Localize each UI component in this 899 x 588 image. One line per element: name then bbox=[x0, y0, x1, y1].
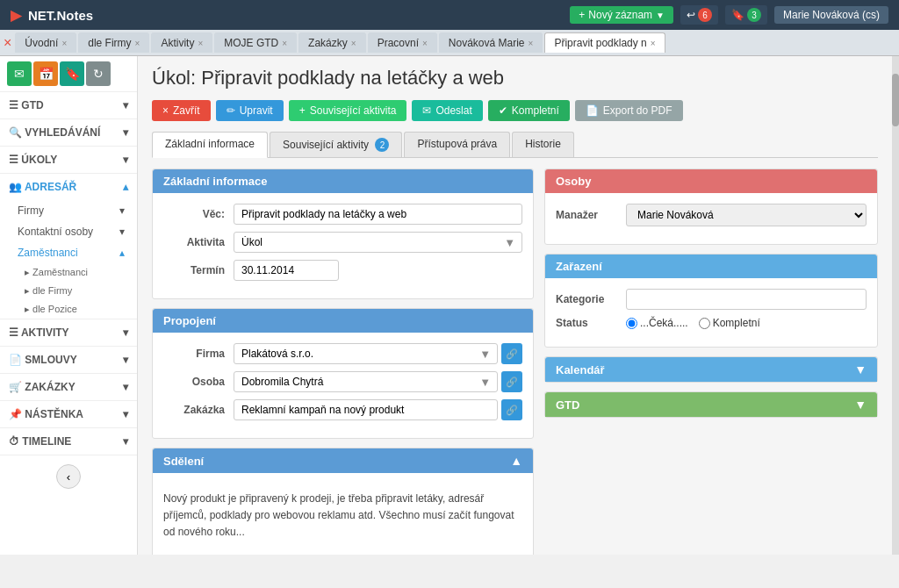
chevron-down-icon: ▾ bbox=[123, 154, 128, 166]
status-ceka-input[interactable] bbox=[626, 318, 637, 329]
vec-input[interactable] bbox=[234, 204, 522, 225]
undo-button[interactable]: ↩ 6 bbox=[680, 5, 718, 25]
tab-uvodní[interactable]: Úvodní × bbox=[15, 32, 76, 53]
left-column: Základní informace Věc: Aktivita Úkol bbox=[152, 169, 534, 555]
export-pdf-button[interactable]: 📄 Export do PDF bbox=[575, 100, 683, 121]
chevron-up-icon[interactable]: ▲ bbox=[510, 454, 522, 468]
tab-zakazky[interactable]: Zakázky × bbox=[298, 32, 366, 53]
sdileni-body: Nový produkt je připravený k prodeji, je… bbox=[153, 473, 533, 555]
chevron-up-icon: ▴ bbox=[123, 181, 128, 193]
gtd-header[interactable]: GTD ▼ bbox=[545, 392, 877, 417]
aktivita-select[interactable]: Úkol bbox=[234, 232, 522, 253]
calendar-button[interactable]: 📅 bbox=[33, 61, 58, 86]
zakladni-informace-header: Základní informace bbox=[153, 169, 533, 193]
tab-pracovni[interactable]: Pracovní × bbox=[368, 32, 437, 53]
doc-icon: 📄 bbox=[9, 354, 22, 366]
close-icon[interactable]: × bbox=[351, 39, 356, 48]
firma-select[interactable]: Plakátová s.r.o. bbox=[234, 343, 498, 364]
termin-label: Termín bbox=[163, 264, 234, 276]
sidebar-item-kontaktni-osoby[interactable]: Kontaktní osoby ▾ bbox=[0, 221, 137, 242]
email-button[interactable]: ✉ bbox=[7, 61, 32, 86]
close-button[interactable]: × Zavřít bbox=[152, 100, 211, 121]
tab-moje-gtd[interactable]: MOJE GTD × bbox=[214, 32, 297, 53]
close-all-tabs-button[interactable]: × bbox=[4, 35, 11, 51]
edit-button[interactable]: ✏ Upravit bbox=[216, 100, 284, 121]
sidebar-item-gtd[interactable]: ☰ GTD ▾ bbox=[0, 92, 137, 118]
right-scrollbar[interactable] bbox=[892, 56, 899, 555]
tab-aktivity[interactable]: Aktivity × bbox=[151, 32, 212, 53]
osoba-select-wrapper: Dobromila Chytrá ▼ bbox=[234, 371, 498, 392]
osoba-select[interactable]: Dobromila Chytrá bbox=[234, 371, 498, 392]
user-menu-button[interactable]: Marie Nováková (cs) bbox=[774, 6, 888, 24]
kategorie-label: Kategorie bbox=[556, 293, 626, 305]
bookmark-button[interactable]: 🔖 3 bbox=[725, 5, 767, 25]
sidebar-item-timeline[interactable]: ⏱ TIMELINE ▾ bbox=[0, 428, 137, 455]
close-icon[interactable]: × bbox=[422, 39, 428, 48]
sidebar-item-dle-pozice[interactable]: ▸ dle Pozice bbox=[0, 300, 137, 319]
tab-novakova-marie[interactable]: Nováková Marie × bbox=[439, 32, 543, 53]
tab-dle-firmy[interactable]: dle Firmy × bbox=[78, 32, 149, 53]
manazer-select[interactable]: Marie Nováková bbox=[626, 204, 867, 226]
status-kompletni-radio[interactable]: Kompletní bbox=[699, 317, 760, 329]
sidebar-collapse-button[interactable]: ‹ bbox=[56, 464, 81, 489]
close-icon[interactable]: × bbox=[529, 39, 534, 48]
termin-input[interactable] bbox=[234, 260, 339, 281]
zakazka-input[interactable] bbox=[234, 399, 498, 420]
chevron-down-icon: ▼ bbox=[854, 398, 867, 412]
sidebar-item-zamestnanci[interactable]: Zaměstnanci ▴ bbox=[0, 242, 137, 263]
grid-icon: ☰ bbox=[9, 99, 18, 111]
sidebar-item-firmy[interactable]: Firmy ▾ bbox=[0, 200, 137, 221]
cart-icon: 🛒 bbox=[9, 381, 22, 393]
chevron-down-icon: ▾ bbox=[119, 204, 125, 217]
refresh-button[interactable]: ↻ bbox=[86, 61, 111, 86]
app-title: NET.Notes bbox=[28, 8, 93, 23]
chevron-down-icon: ▾ bbox=[123, 326, 128, 339]
sidebar-item-nastenka[interactable]: 📌 NÁSTĚNKA ▾ bbox=[0, 401, 137, 427]
osoby-header: Osoby bbox=[545, 169, 877, 193]
chevron-down-icon: ▾ bbox=[123, 126, 128, 139]
tab-souvisejici-aktivity[interactable]: Související aktivity 2 bbox=[270, 132, 402, 157]
top-nav-right: + Nový záznam ▼ ↩ 6 🔖 3 Marie Nováková (… bbox=[570, 5, 888, 25]
kategorie-row: Kategorie bbox=[556, 289, 867, 310]
sidebar-item-ukoly[interactable]: ☰ ÚKOLY ▾ bbox=[0, 147, 137, 173]
sidebar-item-dle-firmy[interactable]: ▸ dle Firmy bbox=[0, 282, 137, 300]
zakazka-link-button[interactable]: 🔗 bbox=[501, 399, 522, 420]
status-kompletni-input[interactable] bbox=[699, 318, 710, 329]
right-column: Osoby Manažer Marie Nováková bbox=[544, 169, 878, 555]
complete-button[interactable]: ✔ Kompletní bbox=[488, 100, 570, 121]
scrollbar-thumb[interactable] bbox=[892, 74, 899, 126]
sidebar-item-zamestnanci-all[interactable]: ▸ Zaměstnanci bbox=[0, 263, 137, 282]
close-icon[interactable]: × bbox=[61, 39, 67, 48]
two-col-layout: Základní informace Věc: Aktivita Úkol bbox=[152, 169, 878, 555]
bookmark-sidebar-button[interactable]: 🔖 bbox=[60, 61, 84, 86]
new-record-button[interactable]: + Nový záznam ▼ bbox=[570, 6, 673, 24]
osoba-link-button[interactable]: 🔗 bbox=[501, 371, 522, 392]
bookmark-badge: 3 bbox=[747, 8, 761, 22]
sidebar-item-smlouvy[interactable]: 📄 SMLOUVY ▾ bbox=[0, 347, 137, 373]
kalendar-header[interactable]: Kalendář ▼ bbox=[545, 357, 877, 382]
close-icon[interactable]: × bbox=[135, 39, 140, 48]
close-icon[interactable]: × bbox=[282, 39, 287, 48]
sidebar-item-vyhledavani[interactable]: 🔍 VYHLEDÁVÁNÍ ▾ bbox=[0, 119, 137, 146]
tab-historie[interactable]: Historie bbox=[512, 132, 574, 157]
aktivita-row: Aktivita Úkol ▼ bbox=[163, 232, 522, 253]
related-activity-button[interactable]: + Související aktivita bbox=[289, 100, 407, 121]
tab-zakladni-informace[interactable]: Základní informace bbox=[152, 132, 268, 158]
sidebar-item-adresar[interactable]: 👥 ADRESÁŘ ▴ bbox=[0, 174, 137, 200]
tab-pristupova-prava[interactable]: Přístupová práva bbox=[404, 132, 510, 157]
sdileni-card: Sdělení ▲ Nový produkt je připravený k p… bbox=[152, 448, 534, 555]
status-ceka-radio[interactable]: ...Čeká..... bbox=[626, 317, 688, 329]
status-label: Status bbox=[556, 317, 626, 329]
firma-select-wrapper: Plakátová s.r.o. ▼ bbox=[234, 343, 498, 364]
sidebar-item-aktivity[interactable]: ☰ AKTIVITY ▾ bbox=[0, 319, 137, 346]
tab-pripravit-podklady[interactable]: Připravit podklady n × bbox=[544, 32, 665, 53]
firma-link-button[interactable]: 🔗 bbox=[501, 343, 522, 364]
close-icon[interactable]: × bbox=[651, 39, 656, 48]
checkmark-icon: ✔ bbox=[499, 104, 507, 117]
close-icon[interactable]: × bbox=[198, 39, 203, 48]
kategorie-input[interactable] bbox=[626, 289, 867, 310]
propojeni-body: Firma Plakátová s.r.o. ▼ 🔗 bbox=[153, 333, 533, 438]
logo-icon: ▶ bbox=[11, 7, 21, 24]
send-button[interactable]: ✉ Odeslat bbox=[412, 100, 482, 121]
sidebar-item-zakazky[interactable]: 🛒 ZAKÁZKY ▾ bbox=[0, 374, 137, 400]
